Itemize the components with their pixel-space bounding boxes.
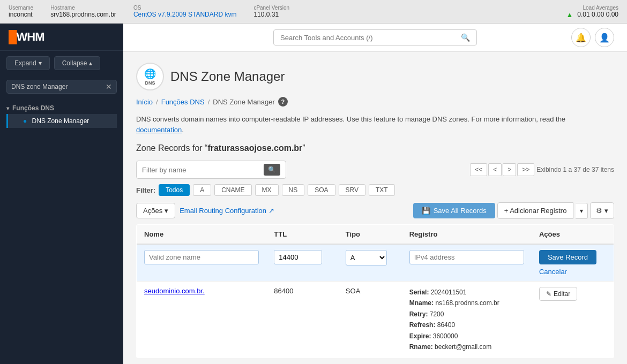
email-routing-label: Email Routing Configuration xyxy=(180,207,266,215)
action-bar-left: Ações ▾ Email Routing Configuration ↗ xyxy=(136,203,274,218)
save-all-button[interactable]: 💾 Save All Records xyxy=(413,203,495,218)
soa-retry: Retry: 7200 xyxy=(409,309,524,320)
save-all-label: Save All Records xyxy=(434,207,487,215)
new-record-type-select[interactable]: A CNAME MX NS SOA TXT xyxy=(346,250,387,266)
editar-button[interactable]: ✎ Editar xyxy=(539,287,577,301)
external-link-icon: ↗ xyxy=(268,207,274,215)
collapse-label: Collapse xyxy=(62,59,87,67)
add-record-dropdown-button[interactable]: ▾ xyxy=(576,203,588,219)
filter-tag-txt[interactable]: TXT xyxy=(369,184,395,196)
pagination-last-button[interactable]: >> xyxy=(517,163,534,176)
breadcrumb-section-link[interactable]: Funções DNS xyxy=(161,98,205,106)
collapse-button[interactable]: Collapse ▴ xyxy=(54,56,101,70)
sidebar-search-area: ✕ xyxy=(0,75,123,98)
hostname-value: srv168.prodnns.com.br xyxy=(50,11,116,18)
acoes-button[interactable]: Ações ▾ xyxy=(136,203,175,218)
bell-icon: 🔔 xyxy=(576,33,586,43)
user-button[interactable]: 👤 xyxy=(595,28,614,47)
chevron-down-icon: ▾ xyxy=(6,105,9,111)
dns-icon: 🌐 xyxy=(144,68,156,80)
os-value: CentOS v7.9.2009 STANDARD kvm xyxy=(133,11,237,18)
sidebar-item-dns-zone-manager[interactable]: ● DNS Zone Manager xyxy=(6,114,117,128)
whm-text: █ xyxy=(9,30,17,43)
save-icon: 💾 xyxy=(422,207,430,215)
new-record-registro-input[interactable] xyxy=(409,250,524,264)
action-bar-right: 💾 Save All Records + Adicionar Registro … xyxy=(413,202,614,219)
search-input[interactable] xyxy=(280,34,461,42)
cancel-record-button[interactable]: Cancelar xyxy=(539,268,567,276)
pencil-icon: ✎ xyxy=(546,290,551,298)
page-title-row: 🌐 DNS DNS Zone Manager xyxy=(136,63,614,90)
load-numbers: 0.01 0.00 0.00 xyxy=(577,11,618,18)
filter-tag-srv[interactable]: SRV xyxy=(339,184,365,196)
expand-button[interactable]: Expand ▾ xyxy=(6,56,50,70)
filter-tag-soa[interactable]: SOA xyxy=(308,184,335,196)
new-record-registro-cell xyxy=(402,244,532,282)
filter-tag-ns[interactable]: NS xyxy=(282,184,305,196)
row-acoes-cell: ✎ Editar xyxy=(532,282,614,358)
hostname-label: Hostname xyxy=(50,5,116,11)
zone-title-prefix: Zone Records for “ xyxy=(136,143,207,153)
notifications-button[interactable]: 🔔 xyxy=(571,28,591,47)
os-label: OS xyxy=(133,5,237,11)
top-bar-right: Load Averages ▲ 0.01 0.00 0.00 xyxy=(566,5,618,19)
content-area: 🔍 🔔 👤 🌐 DNS DNS Zone Manager xyxy=(123,24,627,364)
search-icon[interactable]: 🔍 xyxy=(461,33,470,42)
table-row: seudominio.com.br. 86400 SOA Serial: 202… xyxy=(137,282,614,358)
zone-title-suffix: ” xyxy=(302,143,305,153)
up-arrow-icon: ▲ xyxy=(566,11,573,19)
row-tipo: SOA xyxy=(346,287,360,295)
new-record-ttl-input[interactable] xyxy=(274,250,322,264)
sidebar-search-input[interactable] xyxy=(11,83,106,90)
page-title: DNS Zone Manager xyxy=(170,69,285,84)
breadcrumb-home-link[interactable]: Início xyxy=(136,98,153,106)
filter-tag-mx[interactable]: MX xyxy=(255,184,279,196)
row-name-link[interactable]: seudominio.com.br. xyxy=(144,287,205,295)
pagination-next-button[interactable]: > xyxy=(503,163,516,176)
zone-title: Zone Records for “fraturassaojose.com.br… xyxy=(136,143,614,153)
filter-right: << < > >> Exibindo 1 a 37 de 37 itens xyxy=(470,163,614,176)
filter-tag-cname[interactable]: CNAME xyxy=(214,184,251,196)
row-tipo-cell: SOA xyxy=(338,282,402,358)
save-record-button[interactable]: Save Record xyxy=(539,250,596,264)
breadcrumb-current: DNS Zone Manager xyxy=(213,98,275,106)
os-item: OS CentOS v7.9.2009 STANDARD kvm xyxy=(133,5,237,18)
col-registro: Registro xyxy=(402,225,532,245)
filter-search-box[interactable]: 🔍 xyxy=(136,161,286,179)
pagination-first-button[interactable]: << xyxy=(470,163,487,176)
row-ttl: 86400 xyxy=(274,287,293,295)
gear-dropdown-icon: ▾ xyxy=(604,207,608,215)
help-icon[interactable]: ? xyxy=(278,97,288,107)
email-routing-button[interactable]: Email Routing Configuration ↗ xyxy=(180,207,274,215)
page-content: 🌐 DNS DNS Zone Manager Início / Funções … xyxy=(123,52,627,364)
filter-search-button[interactable]: 🔍 xyxy=(264,164,280,176)
sidebar-search-close-icon[interactable]: ✕ xyxy=(106,82,112,91)
filter-tag-a[interactable]: A xyxy=(193,184,211,196)
table-header: Nome TTL Tipo Registro Ações xyxy=(137,225,614,245)
new-record-actions-cell: Save Record Cancelar xyxy=(532,244,614,282)
gear-button[interactable]: ⚙ ▾ xyxy=(590,202,614,219)
sidebar-item-label: DNS Zone Manager xyxy=(32,117,89,125)
breadcrumb: Início / Funções DNS / DNS Zone Manager … xyxy=(136,97,614,107)
expand-icon: ▾ xyxy=(39,59,42,67)
soa-details: Serial: 2024011501 Mname: ns168.prodnns.… xyxy=(409,287,524,352)
add-record-button[interactable]: + Adicionar Registro xyxy=(497,202,574,219)
new-record-ttl-cell xyxy=(266,244,338,282)
sidebar-search-box[interactable]: ✕ xyxy=(6,80,117,94)
soa-serial: Serial: 2024011501 xyxy=(409,287,524,298)
pagination-buttons: << < > >> xyxy=(470,163,534,176)
soa-refresh: Refresh: 86400 xyxy=(409,320,524,330)
row-ttl-cell: 86400 xyxy=(266,282,338,358)
documentation-link[interactable]: documentation xyxy=(136,126,182,134)
sidebar-section-header-dns[interactable]: ▾ Funções DNS xyxy=(6,102,117,114)
filter-name-input[interactable] xyxy=(142,166,264,174)
sidebar-controls: Expand ▾ Collapse ▴ xyxy=(0,51,123,75)
page-icon: 🌐 DNS xyxy=(136,63,164,90)
new-record-name-input[interactable] xyxy=(144,250,259,264)
search-box[interactable]: 🔍 xyxy=(273,29,477,46)
row-registro-cell: Serial: 2024011501 Mname: ns168.prodnns.… xyxy=(402,282,532,358)
col-nome: Nome xyxy=(137,225,267,245)
pagination-prev-button[interactable]: < xyxy=(488,163,502,176)
filter-tag-todos[interactable]: Todos xyxy=(159,184,190,196)
username-label: Username xyxy=(9,5,33,11)
